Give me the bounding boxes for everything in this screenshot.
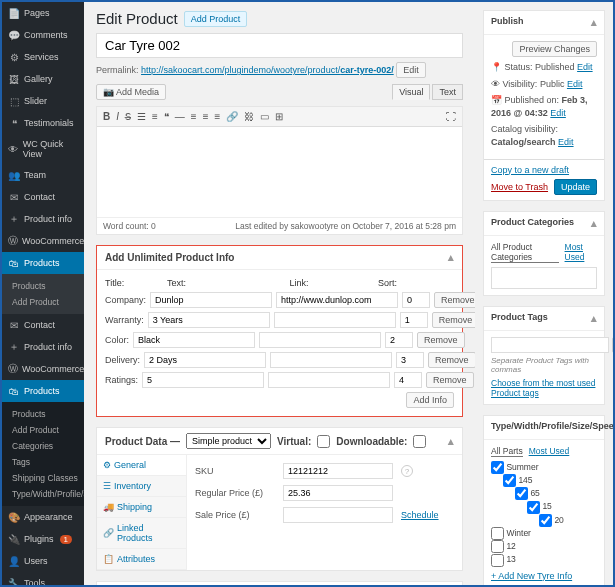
editor-text-tab[interactable]: Text [432,84,463,100]
sidebar-subitem[interactable]: Type/Width/Profile/Size/Speed [2,486,84,502]
sidebar-item[interactable]: 🛍Products [2,380,84,402]
remove-button[interactable]: Remove [428,352,475,368]
sidebar-item[interactable]: ✉Contact [2,314,84,336]
tree-checkbox[interactable] [527,501,540,514]
collapse-icon[interactable]: ▴ [448,435,454,448]
add-tyre-info-link[interactable]: + Add New Tyre Info [491,571,597,581]
link-icon[interactable]: 🔗 [226,111,238,122]
align-left-icon[interactable]: ≡ [191,111,197,122]
preview-button[interactable]: Preview Changes [512,41,597,57]
info-text-input[interactable] [142,372,264,388]
number-list-icon[interactable]: ≡ [152,111,158,122]
align-right-icon[interactable]: ≡ [215,111,221,122]
product-data-tab[interactable]: 🔗Linked Products [97,518,186,549]
tree-checkbox[interactable] [491,461,504,474]
fullscreen-icon[interactable]: ⛶ [446,111,456,122]
toolbar-toggle-icon[interactable]: ⊞ [275,111,283,122]
sidebar-subitem[interactable]: Add Product [2,422,84,438]
sale-price-input[interactable] [283,507,393,523]
bold-icon[interactable]: B [103,111,110,122]
add-media-button[interactable]: 📷 Add Media [96,84,166,100]
tree-checkbox[interactable] [491,527,504,540]
category-list[interactable] [491,267,597,289]
info-link-input[interactable] [270,352,392,368]
editor-visual-tab[interactable]: Visual [392,84,430,100]
copy-draft-link[interactable]: Copy to a new draft [491,165,597,175]
info-text-input[interactable] [133,332,255,348]
regular-price-input[interactable] [283,485,393,501]
sidebar-item[interactable]: ❝Testimonials [2,112,84,134]
sidebar-item[interactable]: ✉Contact [2,186,84,208]
sidebar-item[interactable]: ⓌWooCommerce [2,230,84,252]
sidebar-item[interactable]: ⬚Slider [2,90,84,112]
sidebar-item[interactable]: 💬Comments [2,24,84,46]
sidebar-item[interactable]: ⓌWooCommerce [2,358,84,380]
more-icon[interactable]: ▭ [260,111,269,122]
collapse-icon[interactable]: ▴ [591,217,597,230]
italic-icon[interactable]: I [116,111,119,122]
sidebar-item[interactable]: 🔧Tools [2,572,84,585]
align-center-icon[interactable]: ≡ [203,111,209,122]
cat-all-tab[interactable]: All Product Categories [491,242,559,263]
add-info-button[interactable]: Add Info [406,392,454,408]
hr-icon[interactable]: — [175,111,185,122]
edit-visibility-link[interactable]: Edit [567,79,583,89]
product-title-input[interactable] [96,33,463,58]
product-type-select[interactable]: Simple product [186,433,271,449]
sidebar-item[interactable]: 👁WC Quick View [2,134,84,164]
sidebar-item[interactable]: 🔌Plugins1 [2,528,84,550]
sidebar-subitem[interactable]: Products [2,406,84,422]
add-tag-button[interactable]: Add [612,337,613,353]
info-sort-input[interactable] [394,372,422,388]
sidebar-item[interactable]: ＋Product info [2,336,84,358]
info-sort-input[interactable] [402,292,430,308]
sidebar-item[interactable]: 🎨Appearance [2,506,84,528]
sidebar-subitem[interactable]: Categories [2,438,84,454]
tree-checkbox[interactable] [515,487,528,500]
sidebar-subitem[interactable]: Add Product [2,294,84,310]
tree-checkbox[interactable] [491,554,504,567]
sku-input[interactable] [283,463,393,479]
product-data-tab[interactable]: 📋Attributes [97,549,186,570]
product-data-tab[interactable]: ⚙General [97,455,186,476]
bullet-list-icon[interactable]: ☰ [137,111,146,122]
collapse-icon[interactable]: ▴ [591,312,597,325]
info-sort-input[interactable] [385,332,413,348]
trash-link[interactable]: Move to Trash [491,182,548,192]
remove-button[interactable]: Remove [434,292,475,308]
schedule-link[interactable]: Schedule [401,510,439,520]
remove-button[interactable]: Remove [432,312,475,328]
permalink-link[interactable]: http://sakoocart.com/plugindemo/wootyre/… [141,65,394,75]
downloadable-checkbox[interactable] [413,435,426,448]
tree-checkbox[interactable] [539,514,552,527]
sidebar-subitem[interactable]: Shipping Classes [2,470,84,486]
strike-icon[interactable]: S̶ [125,111,131,122]
tw-most-used-tab[interactable]: Most Used [529,446,570,457]
cat-most-used-tab[interactable]: Most Used [565,242,597,263]
sidebar-item[interactable]: 🖼Gallery [2,68,84,90]
sidebar-item[interactable]: ⚙Services [2,46,84,68]
product-data-tab[interactable]: 🚚Shipping [97,497,186,518]
permalink-edit-button[interactable]: Edit [396,62,426,78]
update-button[interactable]: Update [554,179,597,195]
sidebar-item[interactable]: 📄Pages [2,2,84,24]
sidebar-item[interactable]: 👤Users [2,550,84,572]
unlink-icon[interactable]: ⛓ [244,111,254,122]
tree-checkbox[interactable] [503,474,516,487]
info-sort-input[interactable] [400,312,428,328]
edit-status-link[interactable]: Edit [577,62,593,72]
info-text-input[interactable] [148,312,270,328]
add-product-button[interactable]: Add Product [184,11,248,27]
info-text-input[interactable] [150,292,272,308]
info-text-input[interactable] [144,352,266,368]
sidebar-item[interactable]: 🛍Products [2,252,84,274]
collapse-icon[interactable]: ▴ [591,16,597,29]
info-link-input[interactable] [268,372,390,388]
sidebar-item[interactable]: ＋Product info [2,208,84,230]
tree-checkbox[interactable] [491,540,504,553]
remove-button[interactable]: Remove [426,372,474,388]
edit-date-link[interactable]: Edit [550,108,566,118]
remove-button[interactable]: Remove [417,332,465,348]
info-sort-input[interactable] [396,352,424,368]
quote-icon[interactable]: ❝ [164,111,169,122]
